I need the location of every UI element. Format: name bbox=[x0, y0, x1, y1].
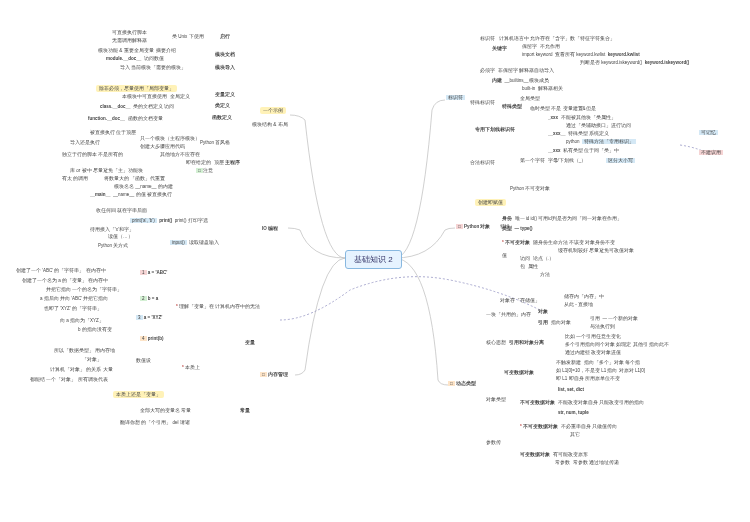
node[interactable]: 无需调用解释器 bbox=[112, 38, 147, 43]
node[interactable]: 合法标识符 bbox=[470, 160, 495, 165]
node[interactable]: 也即了 'XYZ' 的「字符串」 bbox=[44, 306, 102, 311]
node[interactable]: 核心思想 引用和对象分离 bbox=[486, 340, 544, 345]
node[interactable]: 特殊标识符 bbox=[470, 100, 495, 105]
node[interactable]: class.__doc__ 类的文档定义 访问 bbox=[100, 104, 174, 109]
node[interactable]: 区分大小写 bbox=[606, 158, 635, 163]
node[interactable]: 数值设 bbox=[136, 358, 151, 363]
node[interactable]: Python 首风格 bbox=[200, 140, 230, 145]
node[interactable]: 对象存「存储值」 bbox=[500, 298, 540, 303]
node[interactable]: 其他地方不应存在 bbox=[160, 152, 200, 157]
branch-dynamic-type[interactable]: □ 动态类型 bbox=[448, 381, 476, 386]
node[interactable]: 内建 __builtins__模块成员 bbox=[492, 78, 549, 83]
node[interactable]: list, set, dict bbox=[558, 387, 584, 392]
node[interactable]: 关键字 bbox=[492, 46, 507, 51]
node[interactable]: __xxx__ 特殊类型 系统定义 bbox=[548, 131, 609, 136]
node[interactable]: 与法执行到 bbox=[590, 324, 615, 329]
node[interactable]: 本模块中可直接使用 全局定义 bbox=[122, 94, 190, 99]
node[interactable]: 值 bbox=[502, 253, 507, 258]
node[interactable]: 只一个模块（主程序模块） bbox=[140, 136, 200, 141]
branch-io[interactable]: IO 编程 bbox=[262, 226, 278, 231]
node[interactable]: 翻译你想 的「个引用」 del 请诸 bbox=[120, 420, 190, 425]
node[interactable]: print('a', 'b') print() print() 打印字选 bbox=[130, 218, 208, 223]
root-node[interactable]: 基础知识 2 bbox=[345, 250, 402, 269]
node[interactable]: 4 print(b) bbox=[140, 336, 164, 341]
node[interactable]: 参数传 bbox=[486, 440, 501, 445]
node[interactable]: __xxx 私有类型 位于同「类」中 bbox=[548, 148, 619, 153]
node[interactable]: 方法 bbox=[540, 272, 550, 277]
node[interactable]: 储存内「内存」中 bbox=[564, 294, 604, 299]
node[interactable]: 判断是否 keyword.iskeyword() keyword.iskeywo… bbox=[580, 60, 689, 65]
node[interactable]: 引用 — 一个新的对象 bbox=[590, 316, 638, 321]
yellow-note[interactable]: 创建即赋值 bbox=[475, 200, 506, 205]
node[interactable]: built-in 解释器相关 bbox=[522, 86, 563, 91]
node[interactable]: * 不可变对象 随身份生命方法 不该变 对象身份不变 bbox=[502, 240, 615, 245]
node[interactable]: 临时类型 不是 变量建置&但是 bbox=[530, 106, 596, 111]
node[interactable]: import keyword 查看所有 keyword.kwlist keywo… bbox=[522, 52, 640, 57]
node[interactable]: 如 L1[0]=10，不是变 L1 指向 对原对 L1[0] bbox=[556, 368, 645, 373]
node[interactable]: 全局类型 bbox=[520, 96, 540, 101]
node[interactable]: 创建了一个 'ABC' 的「字符串」 在内存中 bbox=[16, 268, 106, 273]
node[interactable]: 通过「类辅助接口」进行访问 bbox=[566, 123, 631, 128]
node[interactable]: 导入 当前模块「需要的模块」 bbox=[120, 65, 186, 70]
node[interactable]: 函数定义 bbox=[212, 115, 232, 120]
node[interactable]: 多个引用指向同个对象 如现定 其他引 指向此不 bbox=[565, 342, 669, 347]
node[interactable]: __main__ __name__ 的值 被直接执行 bbox=[90, 192, 172, 197]
node[interactable]: 启行 bbox=[220, 34, 230, 39]
node[interactable]: 变量 bbox=[245, 340, 255, 345]
node[interactable]: 类 Unix 下使用 bbox=[172, 34, 204, 39]
node[interactable]: input() 读取键盘输入 bbox=[170, 240, 219, 245]
node[interactable]: 2 b = a bbox=[140, 296, 158, 301]
node[interactable]: 常参数 常参数 通过地址传递 bbox=[555, 460, 619, 465]
branch-python-object[interactable]: □ Python 对象 bbox=[456, 224, 490, 229]
node[interactable]: 身份 唯一 id id() 可用id判是否为同「同一对象在作用」 bbox=[502, 216, 622, 221]
node[interactable]: 所以「数据类型」 用内存地 bbox=[54, 348, 115, 353]
node[interactable]: 读值（…） bbox=[108, 234, 133, 239]
node[interactable]: 被直接执行 位于顶层 bbox=[90, 130, 136, 135]
node[interactable]: 将数量大的 「函数」代重置 bbox=[104, 176, 165, 181]
node[interactable]: 并把它指向 一个的名为「字符串」 bbox=[46, 287, 122, 292]
node[interactable]: 可变数据对象 有可能改变原形 bbox=[520, 452, 588, 457]
node[interactable]: 计算机「对象」 的关系 大量 bbox=[50, 367, 113, 372]
node[interactable]: function.__doc__ 函数的文档变量 bbox=[88, 116, 163, 121]
node[interactable]: 主程序 bbox=[225, 160, 240, 165]
node[interactable]: 特殊类型 bbox=[502, 104, 522, 109]
node[interactable]: 变量定义 bbox=[215, 92, 235, 97]
node[interactable]: 可变数据对象 bbox=[504, 370, 534, 375]
node[interactable]: module.__doc__ 访问数值 bbox=[106, 56, 164, 61]
node-extra[interactable]: 不建议用 bbox=[699, 150, 723, 155]
node[interactable]: 第一个字符 字母/下划线（_） bbox=[520, 158, 586, 163]
node[interactable]: 对象类型 bbox=[486, 397, 506, 402]
node[interactable]: Python 不可变对象 bbox=[510, 186, 550, 191]
node[interactable]: 不触发新建 指向「多个」对象 每个指 bbox=[556, 360, 640, 365]
node[interactable]: 特性 bbox=[500, 224, 510, 229]
node[interactable]: 1 a = 'ABC' bbox=[140, 270, 167, 275]
node[interactable]: 可直接执行脚本 bbox=[112, 30, 147, 35]
node[interactable]: □注意 bbox=[196, 168, 213, 173]
node[interactable]: 类定义 bbox=[215, 103, 230, 108]
node[interactable]: 保留字 不允作用 bbox=[522, 44, 560, 49]
node[interactable]: Python 关方式 bbox=[98, 243, 128, 248]
node[interactable]: 访问 论点（.） bbox=[520, 256, 554, 261]
node[interactable]: 「对象」 bbox=[82, 357, 102, 362]
branch-identifier[interactable]: 标识符 bbox=[446, 95, 465, 100]
node[interactable]: * 本质上 bbox=[182, 365, 200, 370]
node[interactable]: 独立于行的脚本 不是所有的 bbox=[62, 152, 123, 157]
branch-memory[interactable]: □ 内存管理 bbox=[260, 372, 288, 377]
node[interactable]: 模块结构 & 布局 bbox=[252, 122, 288, 127]
node[interactable]: 专用下划线标识符 bbox=[475, 127, 515, 132]
node[interactable]: str, num, tuple bbox=[558, 410, 589, 415]
node[interactable]: 其它 bbox=[570, 432, 580, 437]
node[interactable]: 包 属性 bbox=[520, 264, 538, 269]
node[interactable]: 不可变数据对象 不能改变对象自身 只能改变引用的指向 bbox=[520, 400, 644, 405]
yellow-note[interactable]: 本质上还是「变量」 bbox=[113, 392, 164, 397]
node[interactable]: * 不可变数据对象 不必重串自身 只做值传向 bbox=[520, 424, 617, 429]
node[interactable]: 一块「共用的」内存 bbox=[486, 312, 531, 317]
node[interactable]: 都能结 一个「对象」 所有调块代表 bbox=[30, 377, 108, 382]
node[interactable]: 模块导入 bbox=[215, 65, 235, 70]
node[interactable]: 即 L1 即自身 所用原单位不变 bbox=[556, 376, 620, 381]
node[interactable]: 有太 的调用 bbox=[62, 176, 88, 181]
node[interactable]: 常量 bbox=[240, 408, 250, 413]
node[interactable]: 向 a 指向为「XYZ」 bbox=[60, 318, 104, 323]
node-extra[interactable]: 可记忆 bbox=[699, 130, 718, 135]
node[interactable]: 从此 - 直接地 bbox=[564, 302, 593, 307]
